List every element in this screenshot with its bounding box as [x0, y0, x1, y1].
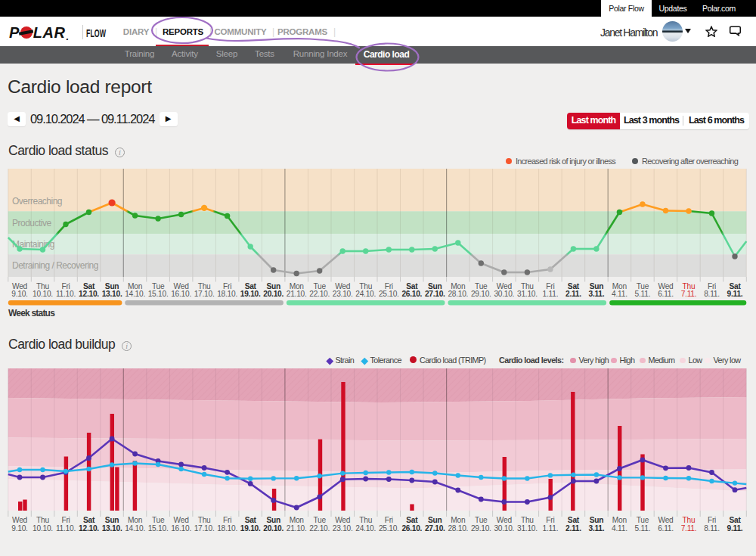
- svg-text:29.10.: 29.10.: [471, 524, 491, 533]
- svg-text:Sat: Sat: [568, 282, 580, 290]
- svg-text:Wed: Wed: [497, 282, 513, 290]
- svg-text:Thu: Thu: [359, 282, 372, 290]
- svg-text:1.11.: 1.11.: [543, 290, 559, 298]
- svg-text:Tue: Tue: [313, 282, 326, 290]
- svg-text:Wed: Wed: [174, 516, 190, 524]
- svg-text:27.10.: 27.10.: [425, 524, 445, 533]
- svg-text:Sat: Sat: [83, 282, 95, 290]
- svg-text:Thu: Thu: [521, 282, 534, 290]
- svg-text:4.11.: 4.11.: [612, 524, 627, 533]
- svg-text:Wed: Wed: [174, 282, 190, 290]
- svg-text:29.10.: 29.10.: [471, 290, 491, 298]
- svg-text:16.10.: 16.10.: [171, 524, 191, 533]
- svg-text:21.10.: 21.10.: [287, 524, 307, 533]
- svg-text:Overreaching: Overreaching: [12, 196, 62, 207]
- svg-text:30.10.: 30.10.: [494, 524, 514, 533]
- svg-text:Wed: Wed: [12, 516, 28, 524]
- svg-text:7.11.: 7.11.: [681, 524, 697, 533]
- svg-text:28.10.: 28.10.: [448, 290, 468, 298]
- svg-text:Tue: Tue: [475, 516, 488, 524]
- svg-text:Fri: Fri: [385, 516, 393, 524]
- svg-text:Tue: Tue: [475, 282, 488, 290]
- svg-text:30.10.: 30.10.: [494, 290, 514, 298]
- svg-text:Sat: Sat: [245, 516, 257, 524]
- svg-text:5.11.: 5.11.: [635, 290, 651, 298]
- svg-text:1.11.: 1.11.: [543, 524, 559, 533]
- svg-text:Fri: Fri: [385, 282, 393, 290]
- svg-text:Thu: Thu: [521, 516, 534, 524]
- svg-text:9.11.: 9.11.: [727, 524, 743, 533]
- svg-text:Sun: Sun: [590, 282, 604, 290]
- svg-text:Wed: Wed: [658, 516, 674, 524]
- svg-text:24.10.: 24.10.: [355, 524, 376, 533]
- svg-text:Mon: Mon: [612, 516, 627, 524]
- svg-text:Mon: Mon: [128, 282, 142, 290]
- svg-text:Sat: Sat: [406, 516, 418, 524]
- svg-text:15.10.: 15.10.: [148, 290, 169, 298]
- svg-text:Wed: Wed: [12, 282, 28, 290]
- svg-text:17.10.: 17.10.: [194, 524, 215, 533]
- svg-text:26.10.: 26.10.: [401, 524, 422, 533]
- svg-text:Fri: Fri: [708, 516, 716, 524]
- svg-text:18.10.: 18.10.: [217, 290, 237, 298]
- svg-text:8.11.: 8.11.: [704, 524, 720, 533]
- svg-text:15.10.: 15.10.: [148, 524, 169, 533]
- svg-text:Sat: Sat: [245, 282, 257, 290]
- svg-text:20.10.: 20.10.: [263, 290, 284, 298]
- svg-text:26.10.: 26.10.: [401, 290, 422, 298]
- svg-text:5.11.: 5.11.: [635, 524, 651, 533]
- svg-text:23.10.: 23.10.: [333, 524, 353, 533]
- svg-text:Fri: Fri: [546, 282, 554, 290]
- svg-text:13.10.: 13.10.: [102, 524, 122, 533]
- svg-text:25.10.: 25.10.: [379, 290, 399, 298]
- svg-text:Thu: Thu: [198, 282, 211, 290]
- svg-text:Mon: Mon: [290, 282, 304, 290]
- svg-text:4.11.: 4.11.: [612, 290, 627, 298]
- svg-text:Sat: Sat: [568, 516, 580, 524]
- svg-text:19.10.: 19.10.: [240, 290, 261, 298]
- svg-text:Thu: Thu: [683, 282, 696, 290]
- svg-text:6.11.: 6.11.: [658, 524, 674, 533]
- svg-text:Tue: Tue: [152, 282, 165, 290]
- svg-text:10.10.: 10.10.: [33, 524, 53, 533]
- svg-text:13.10.: 13.10.: [102, 290, 122, 298]
- svg-text:22.10.: 22.10.: [309, 524, 330, 533]
- svg-text:11.10.: 11.10.: [56, 290, 76, 298]
- svg-text:9.10.: 9.10.: [11, 290, 27, 298]
- svg-text:25.10.: 25.10.: [379, 524, 399, 533]
- svg-text:Thu: Thu: [683, 516, 696, 524]
- svg-text:23.10.: 23.10.: [333, 290, 353, 298]
- svg-text:22.10.: 22.10.: [309, 290, 330, 298]
- svg-text:Thu: Thu: [36, 282, 49, 290]
- svg-text:Tue: Tue: [313, 516, 326, 524]
- svg-text:Fri: Fri: [223, 282, 231, 290]
- svg-text:28.10.: 28.10.: [448, 524, 468, 533]
- svg-text:Fri: Fri: [61, 516, 70, 524]
- svg-text:Mon: Mon: [128, 516, 142, 524]
- svg-text:Sun: Sun: [428, 516, 442, 524]
- svg-text:2.11.: 2.11.: [565, 524, 581, 533]
- svg-text:Thu: Thu: [36, 516, 49, 524]
- svg-text:Wed: Wed: [658, 282, 674, 290]
- svg-text:24.10.: 24.10.: [355, 290, 376, 298]
- svg-text:19.10.: 19.10.: [240, 524, 261, 533]
- svg-text:Tue: Tue: [152, 516, 165, 524]
- svg-text:Sun: Sun: [105, 282, 119, 290]
- svg-text:Wed: Wed: [497, 516, 513, 524]
- svg-text:Mon: Mon: [612, 282, 627, 290]
- svg-text:7.11.: 7.11.: [681, 290, 697, 298]
- svg-text:Tue: Tue: [637, 282, 649, 290]
- svg-text:2.11.: 2.11.: [565, 290, 581, 298]
- svg-text:Sat: Sat: [729, 282, 741, 290]
- svg-text:31.10.: 31.10.: [517, 290, 538, 298]
- svg-text:Sun: Sun: [266, 282, 280, 290]
- svg-text:Sat: Sat: [729, 516, 741, 524]
- svg-text:Tue: Tue: [637, 516, 649, 524]
- svg-text:Fri: Fri: [61, 282, 70, 290]
- svg-text:Thu: Thu: [198, 516, 211, 524]
- svg-text:Sun: Sun: [266, 516, 280, 524]
- svg-text:Sun: Sun: [590, 516, 604, 524]
- svg-text:Detraining / Recovering: Detraining / Recovering: [12, 260, 98, 271]
- svg-text:16.10.: 16.10.: [171, 290, 191, 298]
- svg-text:11.10.: 11.10.: [56, 524, 76, 533]
